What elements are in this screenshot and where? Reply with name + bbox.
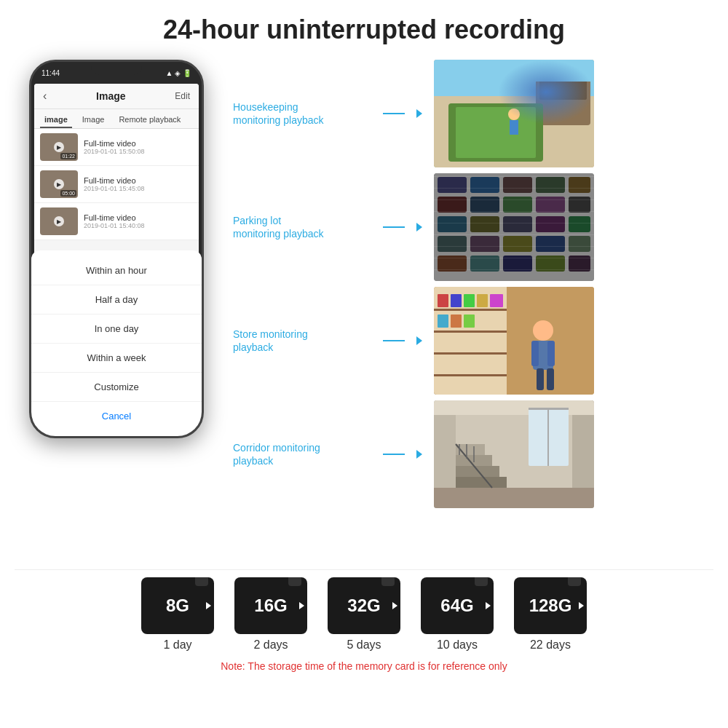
sd-card-32g-label: 32G [347,596,380,616]
dropdown-item-5[interactable]: Customize [34,373,199,402]
svg-rect-29 [569,236,590,252]
sd-card-32g-arrow [392,602,397,609]
phone-tabs: image Image Remote playback [34,109,199,129]
parking-label: Parking lotmonitoring playback [233,214,371,240]
housekeeping-label: Housekeepingmonitoring playback [233,100,371,127]
svg-rect-14 [569,177,590,193]
video-thumb-1: ▶ 01:22 [40,133,78,161]
video-title-2: Full-time video [84,176,193,185]
arrow-parking [416,223,422,232]
tab-image2[interactable]: Image [78,112,109,128]
arrow-store [416,336,422,345]
svg-rect-2 [434,96,594,167]
svg-rect-19 [569,197,590,213]
svg-rect-9 [434,173,594,281]
svg-rect-0 [434,60,594,167]
content-area: 11:44 ▲ ◈ 🔋 ‹ Image Edit image Image [15,60,713,555]
arrow-housekeeping [416,109,422,118]
connector-housekeeping [383,113,405,114]
svg-rect-17 [503,197,532,213]
image-housekeeping [434,60,594,167]
svg-rect-42 [438,294,448,307]
svg-rect-47 [438,314,448,328]
arrow-corridor [416,450,422,459]
svg-rect-15 [438,197,467,213]
cancel-button[interactable]: Cancel [34,402,199,419]
svg-rect-13 [536,177,565,193]
dropdown-item-4[interactable]: Within a week [34,344,199,373]
svg-rect-24 [569,216,590,232]
back-icon[interactable]: ‹ [43,90,47,103]
play-icon-3: ▶ [54,216,64,226]
svg-rect-34 [569,256,590,272]
svg-rect-18 [536,197,565,213]
video-item-2[interactable]: ▶ 05:00 Full-time video 2019-01-01 15:45… [34,166,199,203]
connector-store [383,340,405,341]
svg-rect-27 [503,236,532,252]
video-thumb-3: ▶ [40,207,78,235]
svg-rect-21 [470,216,499,232]
video-item-3[interactable]: ▶ Full-time video 2019-01-01 15:40:08 [34,203,199,240]
edit-button[interactable]: Edit [175,91,190,101]
video-info-2: Full-time video 2019-01-01 15:45:08 [84,176,193,192]
svg-rect-49 [464,314,475,328]
svg-rect-53 [547,341,555,366]
sd-card-128g-arrow [579,602,584,609]
video-title-1: Full-time video [84,139,193,148]
right-section: Housekeepingmonitoring playback [233,60,713,555]
svg-rect-30 [438,256,467,272]
dropdown-item-3[interactable]: In one day [34,314,199,344]
sd-days-16g: 2 days [253,638,288,652]
svg-rect-23 [536,216,565,232]
play-icon-2: ▶ [54,179,64,189]
dropdown-item-1[interactable]: Within an hour [34,256,199,285]
svg-point-7 [508,108,520,120]
video-thumb-2: ▶ 05:00 [40,170,78,198]
svg-rect-59 [434,400,594,415]
video-list: ▶ 01:22 Full-time video 2019-01-01 15:50… [34,129,199,240]
sd-card-16g-label: 16G [254,596,287,616]
video-info-1: Full-time video 2019-01-01 15:50:08 [84,139,193,155]
svg-rect-22 [503,216,532,232]
sd-card-64g-arrow [486,602,491,609]
svg-rect-11 [470,177,499,193]
sd-card-8g-label: 8G [166,596,189,616]
sd-card-8g-arrow [206,602,211,609]
image-corridor [434,400,594,508]
svg-rect-64 [456,477,507,488]
sd-card-item-64g: 64G 10 days [421,577,494,652]
play-icon-1: ▶ [54,142,64,152]
svg-rect-48 [451,314,462,328]
svg-rect-41 [434,374,507,376]
svg-rect-10 [438,177,467,193]
sd-card-32g: 32G [328,577,400,634]
sd-card-item-32g: 32G 5 days [328,577,400,652]
tab-image[interactable]: image [40,112,72,128]
svg-rect-20 [438,216,467,232]
svg-rect-8 [510,120,518,135]
sd-card-64g: 64G [421,577,494,634]
sd-cards-row: 8G 1 day 16G 2 days 32G 5 days [15,577,713,652]
svg-rect-33 [536,256,565,272]
svg-rect-28 [536,236,565,252]
svg-rect-45 [477,294,488,307]
video-title-3: Full-time video [84,213,193,222]
corridor-label: Corridor monitoringplayback [233,441,371,467]
sd-days-32g: 5 days [347,638,381,652]
sd-days-128g: 22 days [530,638,571,652]
phone-icons: ▲ ◈ 🔋 [166,69,191,77]
phone-nav-bar: ‹ Image Edit [34,84,199,109]
note-text: Note: The storage time of the memory car… [15,660,713,672]
sd-card-8g: 8G [141,577,214,634]
video-duration-1: 01:22 [60,153,76,159]
svg-rect-60 [434,488,594,508]
svg-rect-26 [470,236,499,252]
video-item-1[interactable]: ▶ 01:22 Full-time video 2019-01-01 15:50… [34,129,199,166]
video-date-3: 2019-01-01 15:40:08 [84,222,193,229]
video-date-2: 2019-01-01 15:45:08 [84,185,193,192]
svg-rect-39 [434,331,507,333]
dropdown-item-2[interactable]: Half a day [34,285,199,314]
tab-remote[interactable]: Remote playback [114,112,185,128]
sd-card-128g: 128G [514,577,587,634]
svg-rect-54 [537,368,544,390]
